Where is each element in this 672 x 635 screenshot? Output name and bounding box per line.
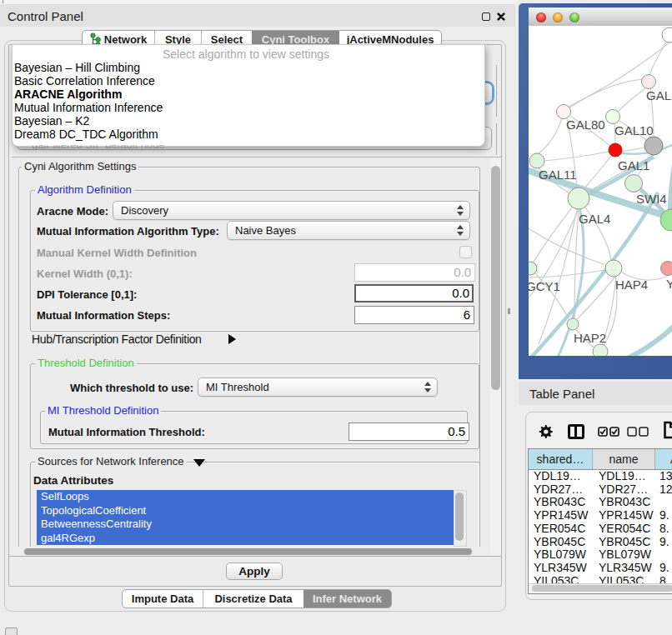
svg-text:GAL2: GAL2 xyxy=(646,88,672,102)
svg-text:HAP2: HAP2 xyxy=(574,331,606,345)
svg-text:YJ: YJ xyxy=(666,277,672,291)
svg-text:GAL1: GAL1 xyxy=(618,158,649,172)
svg-text:SWI4: SWI4 xyxy=(636,192,667,206)
svg-text:HAP4: HAP4 xyxy=(615,278,648,292)
svg-text:GCY1: GCY1 xyxy=(529,279,560,293)
svg-text:GAL4: GAL4 xyxy=(579,212,610,226)
svg-text:GAL80: GAL80 xyxy=(566,118,605,132)
svg-text:GAL11: GAL11 xyxy=(539,168,577,182)
svg-text:GAL10: GAL10 xyxy=(614,123,654,138)
